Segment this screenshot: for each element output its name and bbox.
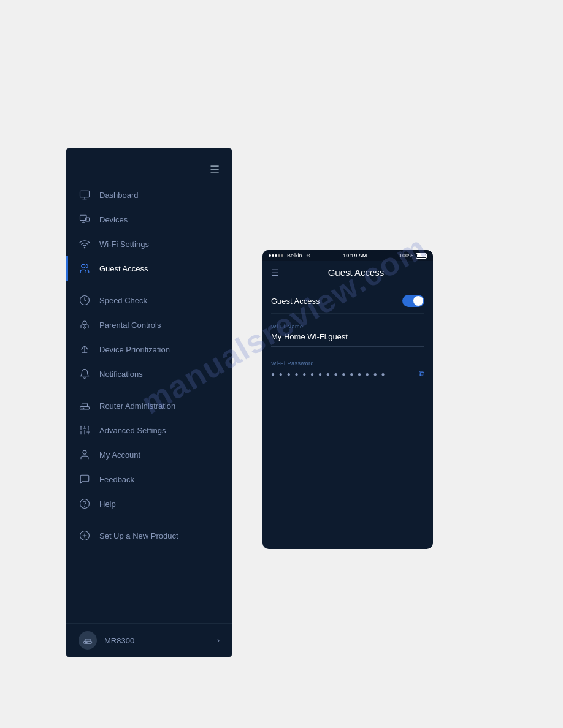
battery-bar [416,253,427,259]
signal-dot-3 [275,254,277,257]
sidebar-item-label: Set Up a New Product [99,531,178,540]
sidebar-item-guest-access[interactable]: Guest Access [66,256,232,281]
sidebar-item-label: Devices [99,215,128,224]
sidebar-item-router-administration[interactable]: Router Administration [66,393,232,418]
reveal-password-icon[interactable]: ⧉ [419,369,424,379]
phone-content: Guest Access Wi-Fi Name My Home Wi-Fi.gu… [262,284,433,549]
sidebar: ☰ Dashboard Devices Wi-Fi Settings [66,148,232,657]
device-name: MR8300 [104,636,210,645]
wifi-name-label: Wi-Fi Name [271,324,424,330]
feedback-icon [79,473,91,485]
device-chevron-icon: › [217,636,220,645]
status-time: 10:19 AM [343,252,367,259]
bell-icon [79,368,91,380]
sidebar-item-speed-check[interactable]: Speed Check [66,288,232,313]
sidebar-item-label: Speed Check [99,296,147,305]
wifi-name-value: My Home Wi-Fi.guest [271,332,424,347]
sidebar-item-label: Parental Controls [99,320,161,330]
phone-page-title: Guest Access [288,267,424,278]
sidebar-item-label: Guest Access [99,264,148,273]
sliders-icon [79,424,91,436]
help-icon [79,498,91,510]
sidebar-item-setup-new-product[interactable]: Set Up a New Product [66,523,232,548]
sidebar-item-advanced-settings[interactable]: Advanced Settings [66,418,232,442]
guest-access-toggle[interactable] [402,295,424,307]
toggle-knob [413,296,423,306]
sidebar-item-label: Device Prioritization [99,345,170,354]
status-left: Belkin ⊛ [269,252,311,259]
account-icon [79,449,91,461]
wifi-status-icon: ⊛ [306,252,311,259]
sidebar-footer[interactable]: MR8300 › [66,623,232,657]
device-avatar [79,631,97,650]
guest-icon [79,262,91,275]
devices-icon [79,213,91,226]
signal-dot-1 [269,254,271,257]
sidebar-item-label: Wi-Fi Settings [99,240,149,249]
monitor-icon [79,189,91,201]
hamburger-icon[interactable]: ☰ [210,163,220,176]
signal-dot-2 [272,254,274,257]
sidebar-item-feedback[interactable]: Feedback [66,467,232,491]
sidebar-item-label: Router Administration [99,401,175,411]
sidebar-item-dashboard[interactable]: Dashboard [66,183,232,207]
guest-access-toggle-row: Guest Access [271,289,424,314]
sidebar-item-wifi-settings[interactable]: Wi-Fi Settings [66,232,232,256]
svg-rect-4 [86,218,90,221]
carrier-name: Belkin [287,252,302,259]
svg-rect-0 [80,191,90,197]
signal-dot-4 [278,254,280,257]
sidebar-item-devices[interactable]: Devices [66,207,232,232]
wifi-icon [79,238,91,250]
parental-icon [79,319,91,331]
signal-dots [269,254,283,257]
phone-mockup: Belkin ⊛ 10:19 AM 100% ☰ Guest Access Gu… [262,250,433,549]
sidebar-item-my-account[interactable]: My Account [66,442,232,467]
router-icon [79,400,91,412]
wifi-password-dots: ● ● ● ● ● ● ● ● ● ● ● ● ● ● ● [271,371,386,377]
signal-dot-5 [281,254,283,257]
battery-fill [417,254,426,257]
speedometer-icon [79,294,91,306]
sidebar-item-label: My Account [99,450,140,460]
sidebar-item-help[interactable]: Help [66,491,232,516]
phone-header: ☰ Guest Access [262,261,433,284]
battery-percent: 100% [399,252,413,259]
svg-point-25 [83,450,86,454]
svg-point-7 [84,247,85,248]
svg-point-8 [82,264,85,268]
svg-point-26 [80,499,90,509]
priority-icon [79,343,91,355]
wifi-password-section: Wi-Fi Password ● ● ● ● ● ● ● ● ● ● ● ● ●… [271,352,424,384]
sidebar-item-label: Advanced Settings [99,426,166,435]
status-right: 100% [399,252,427,259]
sidebar-nav: Dashboard Devices Wi-Fi Settings Guest A… [66,183,232,623]
sidebar-item-label: Help [99,499,116,509]
plus-icon [79,529,91,542]
wifi-name-section: Wi-Fi Name My Home Wi-Fi.guest [271,314,424,352]
phone-status-bar: Belkin ⊛ 10:19 AM 100% [262,250,433,261]
sidebar-item-label: Notifications [99,370,143,379]
svg-point-10 [83,321,86,325]
sidebar-item-parental-controls[interactable]: Parental Controls [66,313,232,337]
phone-hamburger-icon[interactable]: ☰ [271,268,279,278]
guest-access-label: Guest Access [271,297,320,306]
sidebar-item-label: Feedback [99,475,134,484]
wifi-password-row: ● ● ● ● ● ● ● ● ● ● ● ● ● ● ● ⧉ [271,369,424,379]
wifi-password-label: Wi-Fi Password [271,360,424,366]
sidebar-item-label: Dashboard [99,191,139,200]
sidebar-header: ☰ [66,148,232,183]
sidebar-item-device-prioritization[interactable]: Device Prioritization [66,337,232,362]
sidebar-item-notifications[interactable]: Notifications [66,362,232,386]
